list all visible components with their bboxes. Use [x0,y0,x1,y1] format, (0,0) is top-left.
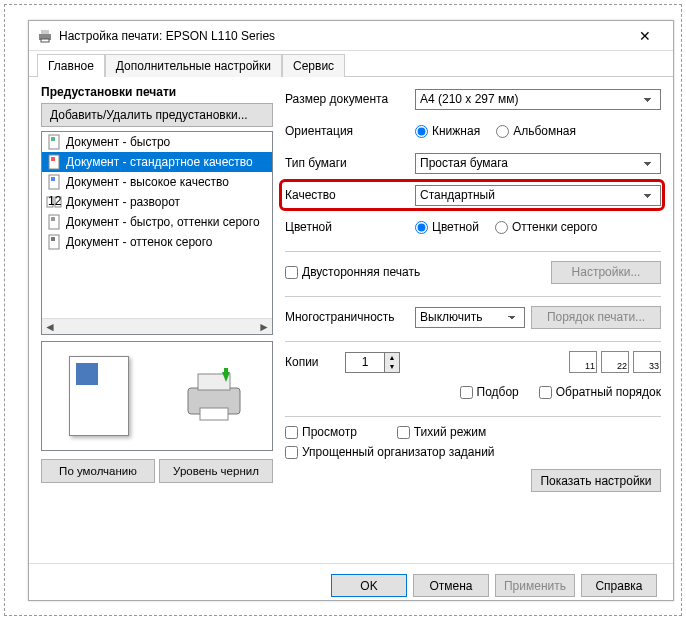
preview-checkbox[interactable]: Просмотр [285,425,357,439]
scroll-right-icon[interactable]: ► [256,319,272,335]
orientation-label: Ориентация [285,124,415,138]
horizontal-scrollbar[interactable]: ◄► [42,318,272,334]
help-button[interactable]: Справка [581,574,657,597]
print-order-button[interactable]: Порядок печати... [531,306,661,329]
presets-heading: Предустановки печати [41,85,273,99]
svg-rect-8 [51,177,55,181]
document-gray-icon [46,234,62,250]
multipage-label: Многостраничность [285,310,415,324]
svg-rect-20 [224,368,228,374]
doc-size-label: Размер документа [285,92,415,106]
tab-service[interactable]: Сервис [282,54,345,77]
preview-box [41,341,273,451]
preset-item[interactable]: Документ - быстро, оттенки серого [42,212,272,232]
duplex-settings-button[interactable]: Настройки... [551,261,661,284]
quality-label: Качество [285,188,415,202]
color-color-radio[interactable]: Цветной [415,220,479,234]
tab-main[interactable]: Главное [37,54,105,77]
svg-rect-2 [41,39,49,42]
color-gray-radio[interactable]: Оттенки серого [495,220,598,234]
doc-size-select[interactable]: A4 (210 x 297 мм) [415,89,661,110]
titlebar: Настройка печати: EPSON L110 Series ✕ [29,21,673,51]
paper-type-label: Тип бумаги [285,156,415,170]
document-icon [46,154,62,170]
duplex-checkbox[interactable]: Двусторонняя печать [285,265,420,279]
spin-up-icon[interactable]: ▲ [385,353,399,363]
collate-checkbox[interactable]: Подбор [460,385,519,399]
tabs: Главное Дополнительные настройки Сервис [29,51,673,77]
document-gray-icon [46,214,62,230]
tab-advanced[interactable]: Дополнительные настройки [105,54,282,77]
svg-rect-6 [51,157,55,161]
ok-button[interactable]: OK [331,574,407,597]
orientation-portrait-radio[interactable]: Книжная [415,124,480,138]
copies-input[interactable] [345,352,385,373]
print-settings-window: Настройка печати: EPSON L110 Series ✕ Гл… [28,20,674,601]
page-thumb-icon [69,356,129,436]
ink-levels-button[interactable]: Уровень чернил [159,459,273,483]
presets-panel: Предустановки печати Добавить/Удалить пр… [41,85,273,555]
svg-rect-4 [51,137,55,141]
document-icon [46,174,62,190]
collate-preview-icons: 11 22 33 [569,351,661,373]
window-title: Настройка печати: EPSON L110 Series [59,29,625,43]
close-button[interactable]: ✕ [625,28,665,44]
quiet-mode-checkbox[interactable]: Тихий режим [397,425,486,439]
copies-label: Копии [285,355,345,369]
svg-rect-18 [200,408,228,420]
orientation-landscape-radio[interactable]: Альбомная [496,124,576,138]
preset-item[interactable]: Документ - быстро [42,132,272,152]
printer-icon [37,28,53,44]
reverse-checkbox[interactable]: Обратный порядок [539,385,661,399]
preset-item[interactable]: Документ - стандартное качество [42,152,272,172]
default-button[interactable]: По умолчанию [41,459,155,483]
presets-list[interactable]: Документ - быстро Документ - стандартное… [41,131,273,335]
preset-item[interactable]: Документ - оттенок серого [42,232,272,252]
show-settings-button[interactable]: Показать настройки [531,469,661,492]
svg-text:12: 12 [48,194,62,208]
cancel-button[interactable]: Отмена [413,574,489,597]
simple-organizer-checkbox[interactable]: Упрощенный организатор заданий [285,445,661,459]
add-remove-presets-button[interactable]: Добавить/Удалить предустановки... [41,103,273,127]
spin-down-icon[interactable]: ▼ [385,362,399,372]
apply-button[interactable]: Применить [495,574,575,597]
dialog-buttons: OK Отмена Применить Справка [29,563,673,607]
paper-type-select[interactable]: Простая бумага [415,153,661,174]
printer-large-icon [182,368,246,424]
preset-item[interactable]: Документ - высокое качество [42,172,272,192]
svg-rect-1 [41,30,49,34]
svg-rect-15 [51,237,55,241]
copies-stepper[interactable]: ▲▼ [345,352,400,373]
preset-item[interactable]: 12Документ - разворот [42,192,272,212]
spread-icon: 12 [46,194,62,210]
document-icon [46,134,62,150]
settings-panel: Размер документа A4 (210 x 297 мм) Ориен… [285,85,661,555]
svg-rect-13 [51,217,55,221]
quality-select[interactable]: Стандартный [415,185,661,206]
color-label: Цветной [285,220,415,234]
scroll-left-icon[interactable]: ◄ [42,319,58,335]
multipage-select[interactable]: Выключить [415,307,525,328]
